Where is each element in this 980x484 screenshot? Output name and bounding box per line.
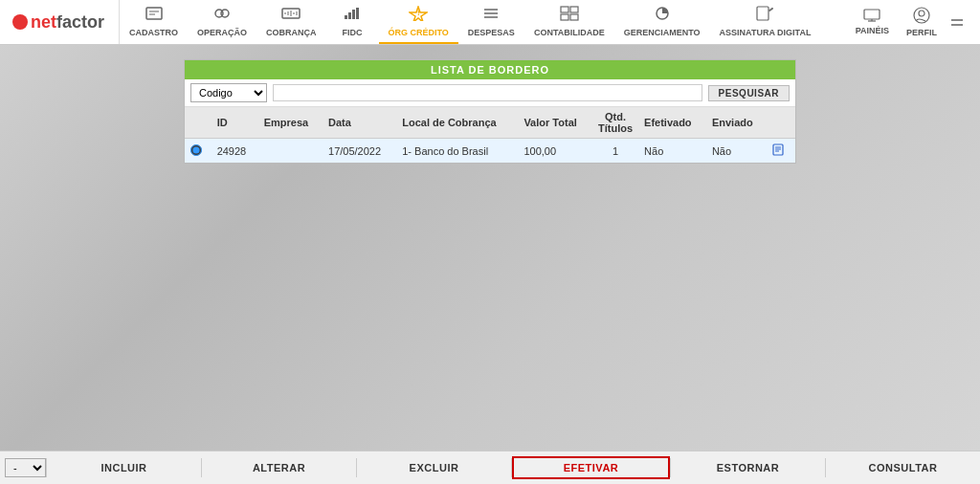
search-button[interactable]: PESQUISAR: [708, 85, 790, 101]
org-credito-icon: !: [409, 6, 428, 26]
perfil-label: PERFIL: [906, 28, 937, 37]
svg-rect-23: [570, 14, 578, 20]
svg-rect-21: [570, 7, 578, 12]
top-navigation: netfactor CADASTRO OPERAÇÃO COBRANÇA: [0, 0, 980, 45]
svg-text:!: !: [417, 9, 420, 17]
search-input[interactable]: [273, 84, 702, 101]
col-selector: [185, 107, 212, 139]
row-action-cell: [767, 139, 795, 164]
row-efetivado: Não: [638, 139, 706, 164]
table-header-row: ID Empresa Data Local de Cobrança Valor …: [185, 107, 795, 139]
cobranca-icon: [281, 6, 301, 26]
col-empresa: Empresa: [258, 107, 323, 139]
operacao-label: OPERAÇÃO: [197, 28, 247, 37]
nav-item-operacao[interactable]: OPERAÇÃO: [188, 0, 256, 44]
col-data: Data: [323, 107, 396, 139]
cadastro-icon: [145, 6, 164, 26]
nav-item-assinatura-digital[interactable]: ASSINATURA DIGITAL: [710, 0, 821, 44]
nav-items: CADASTRO OPERAÇÃO COBRANÇA FIDC ! ÓRG CR…: [120, 0, 848, 44]
svg-point-4: [221, 10, 229, 17]
estornar-button[interactable]: ESTORNAR: [671, 456, 825, 479]
row-id: 24928: [212, 139, 258, 164]
operacao-icon: [212, 6, 232, 26]
nav-item-org-credito[interactable]: ! ÓRG CRÉDITO: [379, 0, 458, 44]
gerenciamento-icon: [653, 6, 672, 26]
table-panel: LISTA DE BORDERO Codigo Empresa Data PES…: [184, 59, 796, 164]
efetivar-button[interactable]: EFETIVAR: [512, 456, 670, 479]
row-selector-cell: [185, 139, 212, 164]
paineis-icon: [863, 9, 880, 26]
table-row: 24928 17/05/2022 1- Banco do Brasil 100,…: [185, 139, 795, 164]
extra-bar-2: [951, 24, 963, 26]
cobranca-label: COBRANÇA: [266, 28, 317, 37]
contabilidade-label: CONTABILIDADE: [534, 28, 605, 37]
alterar-button[interactable]: ALTERAR: [202, 456, 356, 479]
despesas-label: DESPESAS: [468, 28, 515, 37]
row-radio[interactable]: [190, 144, 202, 156]
svg-rect-11: [345, 15, 347, 19]
col-id: ID: [212, 107, 258, 139]
incluir-button[interactable]: INCLUIR: [47, 456, 201, 479]
col-efetivado: Efetivado: [638, 107, 706, 139]
nav-item-perfil[interactable]: PERFIL: [899, 0, 945, 45]
logo-text: netfactor: [31, 12, 104, 33]
col-action: [767, 107, 795, 139]
row-data: 17/05/2022: [323, 139, 396, 164]
consultar-button[interactable]: CONSULTAR: [826, 456, 980, 479]
nav-item-despesas[interactable]: DESPESAS: [458, 0, 524, 44]
col-qtd-titulos: Qtd. Títulos: [592, 107, 638, 139]
table-toolbar: Codigo Empresa Data PESQUISAR: [185, 79, 795, 107]
svg-rect-20: [561, 7, 568, 12]
svg-rect-14: [356, 8, 359, 19]
row-empresa: [258, 139, 323, 164]
svg-point-30: [919, 11, 924, 16]
col-enviado: Enviado: [706, 107, 767, 139]
nav-item-paineis[interactable]: PAINÉIS: [848, 0, 897, 45]
logo: netfactor: [5, 0, 120, 44]
extra-bar-1: [951, 19, 963, 21]
paineis-label: PAINÉIS: [856, 26, 889, 35]
nav-item-cobranca[interactable]: COBRANÇA: [256, 0, 326, 44]
logo-circle-icon: [12, 14, 28, 30]
filter-select[interactable]: Codigo Empresa Data: [190, 83, 267, 102]
row-action-icon[interactable]: [772, 143, 786, 159]
cadastro-label: CADASTRO: [129, 28, 178, 37]
gerenciamento-label: GERENCIAMENTO: [624, 28, 701, 37]
assinatura-digital-label: ASSINATURA DIGITAL: [720, 28, 812, 37]
assinatura-digital-icon: [755, 6, 774, 26]
nav-item-fidc[interactable]: FIDC: [326, 0, 379, 44]
svg-rect-25: [757, 7, 768, 20]
nav-extras: [947, 19, 968, 26]
svg-rect-13: [352, 10, 355, 19]
nav-item-contabilidade[interactable]: CONTABILIDADE: [524, 0, 614, 44]
svg-rect-12: [348, 12, 351, 19]
despesas-icon: [481, 6, 501, 26]
fidc-icon: [343, 6, 362, 26]
main-content: LISTA DE BORDERO Codigo Empresa Data PES…: [0, 45, 980, 451]
svg-rect-22: [561, 14, 568, 20]
footer-bar: - 1 2 5 10 INCLUIR ALTERAR EXCLUIR EFETI…: [0, 451, 980, 484]
row-enviado: Não: [706, 139, 767, 164]
org-credito-label: ÓRG CRÉDITO: [389, 28, 449, 37]
col-valor-total: Valor Total: [518, 107, 592, 139]
nav-item-cadastro[interactable]: CADASTRO: [120, 0, 188, 44]
row-qtd-titulos: 1: [592, 139, 638, 164]
perfil-icon: [913, 7, 930, 28]
nav-item-gerenciamento[interactable]: GERENCIAMENTO: [614, 0, 710, 44]
nav-right: PAINÉIS PERFIL: [848, 0, 975, 45]
row-local-cobranca: 1- Banco do Brasil: [396, 139, 518, 164]
data-table: ID Empresa Data Local de Cobrança Valor …: [185, 107, 795, 163]
row-valor-total: 100,00: [518, 139, 592, 164]
svg-rect-0: [146, 8, 162, 19]
table-title: LISTA DE BORDERO: [185, 60, 795, 79]
excluir-button[interactable]: EXCLUIR: [357, 456, 511, 479]
fidc-label: FIDC: [343, 28, 363, 37]
svg-rect-26: [864, 10, 880, 19]
page-size-select[interactable]: - 1 2 5 10: [5, 458, 46, 477]
contabilidade-icon: [560, 6, 579, 26]
col-local-cobranca: Local de Cobrança: [396, 107, 518, 139]
